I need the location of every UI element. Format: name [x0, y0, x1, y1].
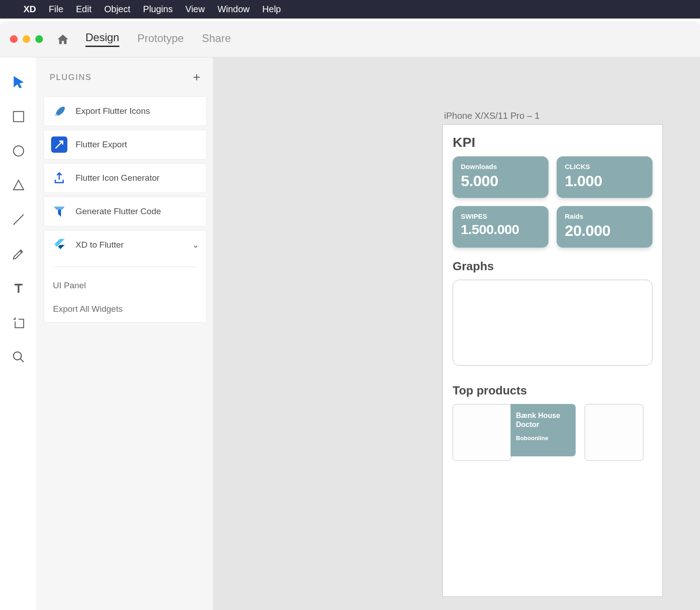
kpi-value: 20.000: [565, 222, 644, 239]
polygon-tool-icon[interactable]: [12, 178, 25, 192]
tab-design[interactable]: Design: [85, 31, 119, 47]
kpi-grid: Downloads 5.000 CLICKS 1.000 SWIPES 1.50…: [453, 156, 653, 248]
text-tool-icon[interactable]: [12, 282, 25, 295]
kpi-card-clicks[interactable]: CLICKS 1.000: [557, 156, 653, 198]
kpi-value: 5.000: [461, 172, 540, 190]
product-info-card[interactable]: Bænk House Doctor Boboonline: [511, 404, 576, 456]
kpi-label: Raids: [565, 212, 644, 220]
plugin-sub-export-all-widgets[interactable]: Export All Widgets: [53, 300, 197, 314]
kpi-value: 1.500.000: [461, 222, 540, 237]
kpi-card-raids[interactable]: Raids 20.000: [557, 206, 653, 248]
svg-line-4: [20, 359, 24, 362]
divider: [53, 267, 197, 267]
ellipse-tool-icon[interactable]: [12, 144, 25, 158]
svg-point-3: [13, 352, 21, 360]
plugin-label: XD to Flutter: [76, 240, 124, 250]
svg-point-1: [13, 146, 24, 156]
tab-prototype[interactable]: Prototype: [137, 32, 184, 47]
kpi-label: SWIPES: [461, 212, 540, 220]
menu-edit[interactable]: Edit: [76, 4, 91, 14]
artboard-tool-icon[interactable]: [12, 316, 25, 329]
line-tool-icon[interactable]: [12, 213, 25, 226]
kpi-card-downloads[interactable]: Downloads 5.000: [453, 156, 549, 198]
products-heading: Top products: [453, 384, 653, 398]
plugins-panel-title: PLUGINS: [50, 73, 92, 82]
plugin-label: Generate Flutter Code: [76, 206, 161, 216]
plugin-submenu: UI Panel Export All Widgets: [43, 259, 207, 323]
plugin-xd-to-flutter[interactable]: XD to Flutter ⌄: [43, 230, 207, 259]
menu-app-name[interactable]: XD: [24, 4, 36, 14]
menu-file[interactable]: File: [49, 4, 63, 14]
kpi-value: 1.000: [565, 172, 644, 190]
plugin-export-flutter-icons[interactable]: Export Flutter Icons: [43, 96, 207, 126]
home-icon[interactable]: [57, 33, 69, 46]
plugin-t-icon: [51, 203, 67, 220]
graphs-heading: Graphs: [453, 259, 653, 273]
window-minimize-button[interactable]: [23, 35, 30, 43]
product-image-placeholder[interactable]: [585, 404, 643, 461]
plugins-panel: PLUGINS + Export Flutter Icons Flutter E…: [37, 57, 213, 610]
products-row: Bænk House Doctor Boboonline: [453, 404, 653, 461]
product-title: Bænk House Doctor: [516, 411, 570, 429]
kpi-heading: KPI: [453, 135, 653, 150]
product-image-placeholder[interactable]: [453, 404, 511, 461]
menu-view[interactable]: View: [185, 4, 205, 14]
svg-line-2: [13, 215, 24, 225]
traffic-lights: [10, 35, 43, 43]
kpi-card-swipes[interactable]: SWIPES 1.500.000: [453, 206, 549, 248]
menu-window[interactable]: Window: [218, 4, 250, 14]
window-zoom-button[interactable]: [35, 35, 43, 43]
artboard[interactable]: KPI Downloads 5.000 CLICKS 1.000 SWIPES …: [442, 124, 663, 597]
plugin-feather-icon: [51, 103, 67, 119]
plugin-flutter-export[interactable]: Flutter Export: [43, 130, 207, 160]
kpi-label: CLICKS: [565, 163, 644, 170]
window-close-button[interactable]: [10, 35, 18, 43]
menu-help[interactable]: Help: [262, 4, 281, 14]
window-chrome: Design Prototype Share: [0, 21, 700, 57]
plugin-export-icon: [51, 136, 67, 153]
select-tool-icon[interactable]: [12, 75, 25, 89]
plugin-label: Flutter Export: [76, 140, 127, 150]
graph-placeholder[interactable]: [453, 280, 653, 366]
macos-menubar: XD File Edit Object Plugins View Window …: [0, 0, 700, 19]
pen-tool-icon[interactable]: [12, 247, 25, 261]
kpi-label: Downloads: [461, 163, 540, 170]
plugin-flutter-icon-generator[interactable]: Flutter Icon Generator: [43, 163, 207, 193]
plugin-generate-flutter-code[interactable]: Generate Flutter Code: [43, 197, 207, 226]
tab-share[interactable]: Share: [202, 32, 231, 47]
artboard-label[interactable]: iPhone X/XS/11 Pro – 1: [444, 111, 539, 121]
svg-rect-0: [13, 112, 24, 122]
menu-plugins[interactable]: Plugins: [143, 4, 173, 14]
canvas[interactable]: iPhone X/XS/11 Pro – 1 KPI Downloads 5.0…: [213, 57, 700, 610]
add-plugin-icon[interactable]: +: [193, 71, 200, 84]
plugin-sub-ui-panel[interactable]: UI Panel: [53, 276, 197, 291]
plugin-upload-icon: [51, 170, 67, 186]
tool-rail: [0, 57, 37, 610]
plugin-label: Flutter Icon Generator: [76, 173, 160, 183]
product-vendor: Boboonline: [516, 435, 570, 441]
plugin-flutter-icon: [51, 237, 67, 253]
zoom-tool-icon[interactable]: [12, 350, 25, 364]
menu-object[interactable]: Object: [104, 4, 131, 14]
plugin-label: Export Flutter Icons: [76, 106, 150, 116]
rectangle-tool-icon[interactable]: [12, 110, 25, 123]
chevron-down-icon: ⌄: [192, 240, 199, 250]
